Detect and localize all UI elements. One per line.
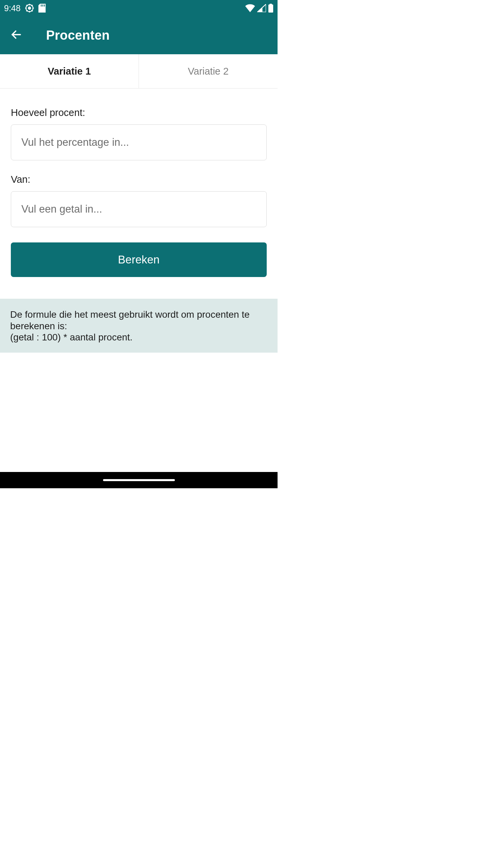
signal-icon xyxy=(257,4,266,12)
status-time: 9:48 xyxy=(4,3,21,13)
sd-card-icon xyxy=(38,4,46,13)
svg-rect-11 xyxy=(42,4,43,6)
nav-handle[interactable] xyxy=(103,479,175,481)
tab-variatie-2[interactable]: Variatie 2 xyxy=(139,54,278,88)
status-left: 9:48 xyxy=(4,3,46,13)
tab-label: Variatie 2 xyxy=(188,66,228,77)
svg-rect-14 xyxy=(269,4,272,5)
of-input[interactable] xyxy=(11,191,267,227)
tabs: Variatie 1 Variatie 2 xyxy=(0,54,278,88)
calculate-button[interactable]: Bereken xyxy=(11,242,267,277)
field-group-of: Van: xyxy=(11,174,267,227)
system-nav-bar xyxy=(0,472,278,488)
app-bar: Procenten xyxy=(0,16,278,54)
field-group-percentage: Hoeveel procent: xyxy=(11,107,267,160)
page-title: Procenten xyxy=(46,28,110,43)
percentage-label: Hoeveel procent: xyxy=(11,107,267,118)
wifi-icon xyxy=(245,4,255,12)
svg-rect-13 xyxy=(268,4,273,13)
percentage-input[interactable] xyxy=(11,124,267,160)
svg-rect-10 xyxy=(41,4,41,6)
svg-rect-12 xyxy=(44,4,45,6)
arrow-left-icon xyxy=(10,28,22,42)
main-content: Hoeveel procent: Van: Bereken De formule… xyxy=(0,88,278,472)
back-button[interactable] xyxy=(7,26,26,45)
status-right xyxy=(245,4,273,13)
battery-icon xyxy=(268,4,273,13)
of-label: Van: xyxy=(11,174,267,185)
tab-label: Variatie 1 xyxy=(48,66,91,77)
svg-point-1 xyxy=(28,7,30,9)
formula-info: De formule die het meest gebruikt wordt … xyxy=(0,299,278,353)
form-area: Hoeveel procent: Van: Bereken xyxy=(0,88,278,288)
tab-variatie-1[interactable]: Variatie 1 xyxy=(0,54,139,88)
gear-icon xyxy=(25,3,34,13)
status-bar: 9:48 xyxy=(0,0,278,16)
